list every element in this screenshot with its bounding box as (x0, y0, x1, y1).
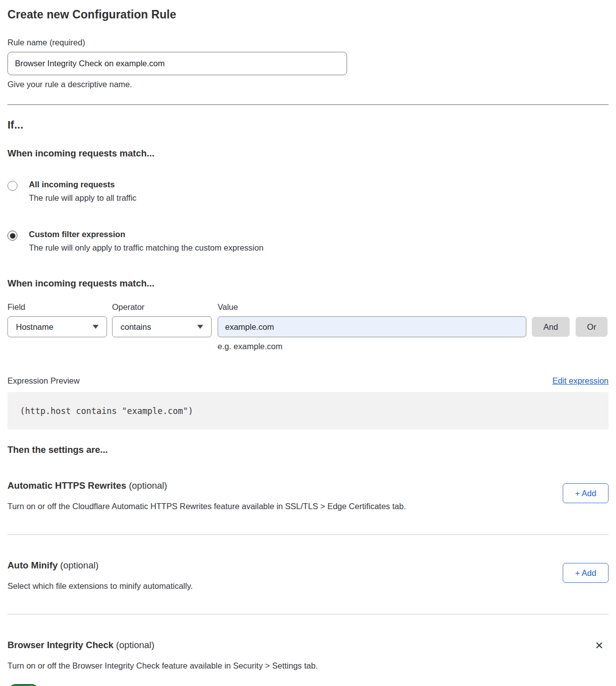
radio-button-icon[interactable] (7, 231, 17, 241)
browser-integrity-check-toggle[interactable]: ✓ (7, 684, 40, 686)
radio-button-icon[interactable] (7, 181, 17, 191)
rule-name-helper: Give your rule a descriptive name. (7, 80, 609, 89)
radio-option-description: The rule will only apply to traffic matc… (29, 243, 263, 253)
add-auto-minify-button[interactable]: + Add (563, 563, 609, 583)
setting-description: Turn on or off the Browser Integrity Che… (7, 661, 318, 671)
operator-select-value: contains (121, 322, 151, 332)
create-configuration-rule-form: Create new Configuration Rule Rule name … (0, 0, 616, 686)
radio-option-texts: All incoming requests The rule will appl… (29, 180, 136, 203)
chevron-down-icon (197, 325, 203, 329)
radio-option-custom-filter-expression[interactable]: Custom filter expression The rule will o… (7, 230, 609, 253)
then-settings-heading: Then the settings are... (7, 444, 609, 455)
setting-optional-suffix: (optional) (58, 560, 99, 570)
divider (7, 534, 609, 535)
close-icon[interactable]: ✕ (595, 641, 604, 651)
and-button[interactable]: And (532, 317, 570, 337)
if-heading: If... (7, 119, 609, 132)
radio-option-all-incoming-requests[interactable]: All incoming requests The rule will appl… (7, 180, 609, 203)
setting-description: Turn on or off the Cloudflare Automatic … (7, 502, 406, 511)
field-column-label: Field (7, 302, 107, 312)
setting-title-group: Auto Minify (optional) Select which file… (7, 560, 193, 591)
add-automatic-https-rewrites-button[interactable]: + Add (563, 483, 609, 503)
expression-preview-label: Expression Preview (7, 376, 80, 386)
setting-title-group: Automatic HTTPS Rewrites (optional) Turn… (7, 480, 406, 511)
edit-expression-link[interactable]: Edit expression (552, 376, 609, 386)
field-select[interactable]: Hostname (7, 316, 107, 337)
value-column-label: Value (218, 302, 526, 312)
expression-builder-column-labels: Field Operator Value (7, 302, 609, 312)
setting-optional-suffix: (optional) (126, 480, 167, 491)
value-input[interactable] (218, 316, 526, 337)
expression-code-text: (http.host contains "example.com") (20, 406, 193, 416)
setting-automatic-https-rewrites: Automatic HTTPS Rewrites (optional) Turn… (7, 480, 609, 535)
setting-optional-suffix: (optional) (114, 640, 154, 650)
spacer (7, 591, 609, 614)
rule-name-input[interactable] (7, 52, 347, 75)
page-title: Create new Configuration Rule (7, 8, 609, 21)
setting-browser-integrity-check: Browser Integrity Check (optional) Turn … (7, 640, 609, 686)
setting-title: Browser Integrity Check (7, 640, 114, 650)
setting-head-row: Automatic HTTPS Rewrites (optional) Turn… (7, 480, 609, 511)
setting-head-row: Auto Minify (optional) Select which file… (7, 560, 609, 591)
spacer (7, 511, 609, 534)
operator-column-label: Operator (112, 302, 212, 312)
chevron-down-icon (93, 325, 99, 329)
expression-builder-heading: When incoming requests match... (7, 278, 609, 289)
or-button[interactable]: Or (576, 317, 608, 337)
value-hint: e.g. example.com (218, 342, 609, 351)
radio-option-texts: Custom filter expression The rule will o… (29, 230, 263, 253)
rule-name-label: Rule name (required) (7, 38, 609, 47)
setting-title: Automatic HTTPS Rewrites (7, 480, 126, 491)
radio-option-label: Custom filter expression (29, 230, 263, 239)
divider (7, 104, 609, 105)
setting-description: Select which file extensions to minify a… (7, 581, 193, 591)
divider (7, 614, 609, 615)
match-heading: When incoming requests match... (7, 148, 609, 159)
setting-title-group: Browser Integrity Check (optional) Turn … (7, 640, 318, 671)
field-select-value: Hostname (16, 322, 53, 332)
expression-builder-row: Hostname contains And Or (7, 316, 609, 337)
setting-head-row: Browser Integrity Check (optional) Turn … (7, 640, 609, 671)
radio-option-label: All incoming requests (29, 180, 136, 189)
operator-select[interactable]: contains (112, 316, 212, 337)
setting-title: Auto Minify (7, 560, 58, 570)
expression-preview-header: Expression Preview Edit expression (7, 376, 609, 386)
expression-preview-code: (http.host contains "example.com") (7, 392, 609, 429)
radio-option-description: The rule will apply to all traffic (29, 193, 136, 203)
setting-auto-minify: Auto Minify (optional) Select which file… (7, 560, 609, 615)
